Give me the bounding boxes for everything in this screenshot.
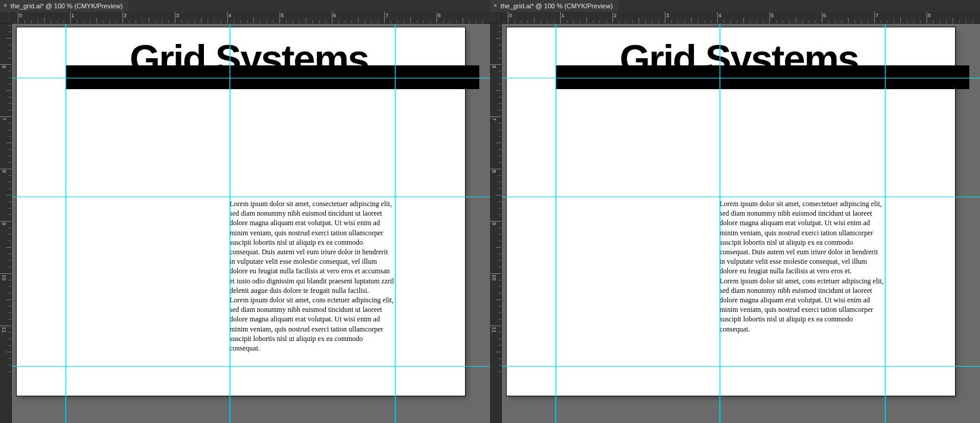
vertical-ruler-right[interactable]: 567891011 <box>490 24 502 423</box>
canvas-left[interactable]: Grid Systems Lorem ipsum dolor sit amet,… <box>12 24 490 423</box>
page-title[interactable]: Grid Systems <box>130 42 369 77</box>
ruler-origin[interactable] <box>0 12 12 24</box>
body-text-right[interactable]: Lorem ipsum dolor sit amet, consectetuer… <box>720 199 885 334</box>
ruler-origin[interactable] <box>490 12 502 24</box>
document-tab[interactable]: × the_grid.ai* @ 100 % (CMYK/Preview) <box>0 0 128 12</box>
close-icon[interactable]: × <box>494 3 497 9</box>
tab-title: the_grid.ai* @ 100 % (CMYK/Preview) <box>501 2 612 10</box>
right-panel: × the_grid.ai* @ 100 % (CMYK/Preview) 01… <box>490 0 980 423</box>
body-text-left[interactable]: Lorem ipsum dolor sit amet, consectetuer… <box>230 199 395 353</box>
close-icon[interactable]: × <box>4 3 7 9</box>
document-tab[interactable]: × the_grid.ai* @ 100 % (CMYK/Preview) <box>490 0 618 12</box>
artboard[interactable]: Grid Systems Lorem ipsum dolor sit amet,… <box>507 27 955 396</box>
canvas-right[interactable]: Grid Systems Lorem ipsum dolor sit amet,… <box>502 24 980 423</box>
page-title[interactable]: Grid Systems <box>620 42 859 77</box>
left-panel: × the_grid.ai* @ 100 % (CMYK/Preview) 01… <box>0 0 490 423</box>
tab-bar: × the_grid.ai* @ 100 % (CMYK/Preview) <box>0 0 490 12</box>
horizontal-ruler-right[interactable]: 012345678 <box>502 12 980 24</box>
tab-title: the_grid.ai* @ 100 % (CMYK/Preview) <box>11 2 122 10</box>
horizontal-ruler-left[interactable]: 012345678 <box>12 12 490 24</box>
tab-bar: × the_grid.ai* @ 100 % (CMYK/Preview) <box>490 0 980 12</box>
artboard[interactable]: Grid Systems Lorem ipsum dolor sit amet,… <box>17 27 465 396</box>
vertical-ruler-left[interactable]: 567891011 <box>0 24 12 423</box>
